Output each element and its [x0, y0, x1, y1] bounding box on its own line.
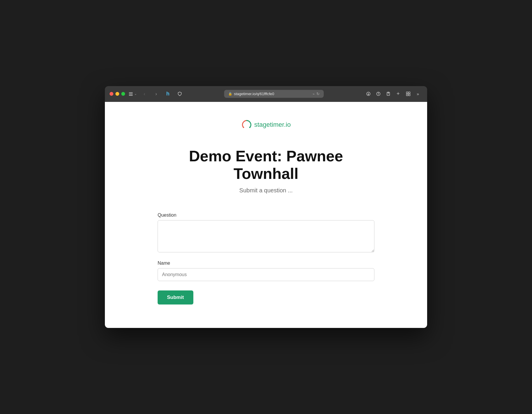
traffic-lights: [110, 92, 125, 96]
logo-area: stagetimer.io: [158, 119, 374, 130]
minimize-button[interactable]: [115, 92, 119, 96]
lock-icon: 🔒: [228, 92, 232, 96]
question-input[interactable]: [158, 220, 374, 252]
name-input[interactable]: [158, 268, 374, 281]
shield-icon[interactable]: [175, 90, 184, 98]
question-form: Question Name Submit: [158, 213, 374, 304]
more-icon[interactable]: »: [414, 90, 422, 98]
name-group: Name: [158, 261, 374, 281]
question-group: Question: [158, 213, 374, 254]
info-icon[interactable]: [374, 90, 383, 98]
reload-icon[interactable]: ↻: [316, 92, 320, 96]
forward-button[interactable]: ›: [152, 90, 160, 98]
submit-button[interactable]: Submit: [158, 290, 193, 304]
name-label: Name: [158, 261, 374, 266]
page-inner: stagetimer.io Demo Event: Pawnee Townhal…: [146, 102, 386, 328]
new-tab-icon[interactable]: +: [394, 90, 403, 98]
page-subtitle: Submit a question ...: [158, 187, 374, 194]
browser-chrome: ⌄ ‹ › h 🔒 stagetimer.io/q/61fffcfe0 ⌁ ↻: [105, 86, 427, 102]
logo-icon: [241, 119, 252, 130]
svg-rect-1: [129, 94, 133, 94]
url-text: stagetimer.io/q/61fffcfe0: [234, 92, 274, 96]
svg-rect-0: [129, 92, 133, 93]
address-bar[interactable]: 🔒 stagetimer.io/q/61fffcfe0 ⌁ ↻: [224, 90, 324, 98]
extension-icon[interactable]: h: [164, 90, 172, 98]
maximize-button[interactable]: [121, 92, 125, 96]
page-content: stagetimer.io Demo Event: Pawnee Townhal…: [105, 102, 427, 328]
svg-rect-9: [408, 92, 410, 94]
svg-rect-10: [406, 94, 408, 96]
page-title: Demo Event: Pawnee Townhall: [158, 148, 374, 183]
share-icon[interactable]: [384, 90, 393, 98]
address-bar-container: 🔒 stagetimer.io/q/61fffcfe0 ⌁ ↻: [187, 90, 360, 98]
sidebar-toggle-button[interactable]: ⌄: [129, 90, 137, 98]
question-label: Question: [158, 213, 374, 218]
browser-actions: + »: [364, 90, 422, 98]
svg-rect-2: [129, 95, 133, 95]
close-button[interactable]: [110, 92, 113, 96]
back-button[interactable]: ‹: [140, 90, 149, 98]
download-icon[interactable]: [364, 90, 373, 98]
svg-point-13: [249, 126, 250, 128]
svg-rect-8: [406, 92, 408, 94]
browser-window: ⌄ ‹ › h 🔒 stagetimer.io/q/61fffcfe0 ⌁ ↻: [105, 86, 427, 328]
svg-point-6: [378, 93, 378, 93]
svg-rect-11: [408, 94, 410, 96]
translate-icon: ⌁: [313, 92, 315, 96]
svg-point-12: [243, 126, 244, 128]
tabs-overview-icon[interactable]: [404, 90, 412, 98]
logo-text: stagetimer.io: [254, 121, 291, 129]
